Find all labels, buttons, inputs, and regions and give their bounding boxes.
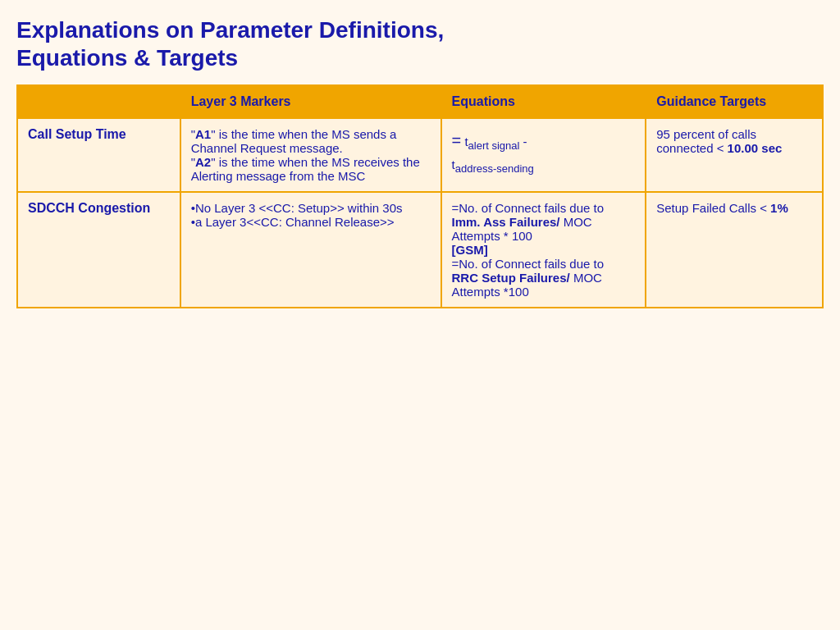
page-title: Explanations on Parameter Definitions, E…: [16, 16, 824, 71]
header-col1: Layer 3 Markers: [180, 85, 441, 118]
row-markers-call-setup: "A1" is the time when the MS sends a Cha…: [180, 118, 441, 192]
row-target-call-setup: 95 percent of calls connected < 10.00 se…: [646, 118, 823, 192]
marker-a2: A2: [195, 155, 211, 169]
row-equation-call-setup: = talert signal - taddress-sending: [441, 118, 646, 192]
row-target-sdcch: Setup Failed Calls < 1%: [646, 192, 823, 308]
eq-t1: talert signal: [464, 135, 519, 148]
row-equation-sdcch: =No. of Connect fails due to Imm. Ass Fa…: [441, 192, 646, 308]
eq-sep: -: [523, 135, 527, 148]
header-col0: [17, 85, 180, 118]
eq-t2: taddress-sending: [452, 158, 534, 171]
eq-sub1: alert signal: [468, 139, 520, 152]
marker-a1: A1: [195, 127, 211, 141]
header-col3: Guidance Targets: [646, 85, 823, 118]
eq-equals: =: [452, 131, 462, 149]
row-markers-sdcch: •No Layer 3 <<CC: Setup>> within 30s •a …: [180, 192, 441, 308]
main-table: Layer 3 Markers Equations Guidance Targe…: [16, 84, 824, 308]
header-col2: Equations: [441, 85, 646, 118]
row-label-call-setup: Call Setup Time: [17, 118, 180, 192]
table-row: Call Setup Time "A1" is the time when th…: [17, 118, 823, 192]
eq-sub2: address-sending: [455, 162, 534, 175]
table-row: SDCCH Congestion •No Layer 3 <<CC: Setup…: [17, 192, 823, 308]
row-label-sdcch: SDCCH Congestion: [17, 192, 180, 308]
